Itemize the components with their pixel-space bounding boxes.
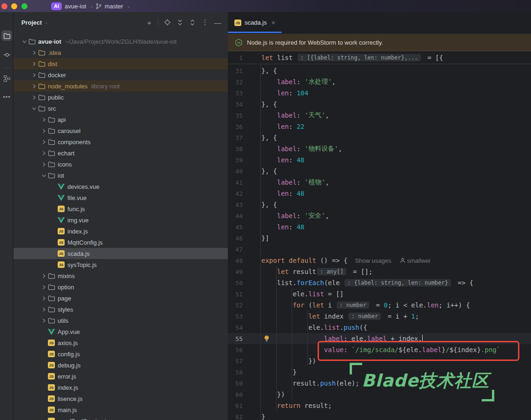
tree-item-iot[interactable]: iot xyxy=(13,170,228,181)
tree-item-option[interactable]: option xyxy=(13,281,228,293)
code-line-35[interactable]: 35 label: '天气', xyxy=(228,110,531,121)
tree-item-scada-js[interactable]: JSscada.js xyxy=(13,248,228,259)
close-tab-icon[interactable]: × xyxy=(272,19,275,27)
code-line-39[interactable]: 39 len: 48 xyxy=(228,154,531,166)
tree-item-public[interactable]: public xyxy=(13,92,228,103)
tree-item-index-js[interactable]: JSindex.js xyxy=(13,382,228,393)
line-number[interactable]: 60 xyxy=(228,391,261,398)
code-line-62[interactable]: 62} xyxy=(228,411,531,420)
code-line-33[interactable]: 33 len: 104 xyxy=(228,87,531,99)
expand-all-button[interactable] xyxy=(176,19,184,26)
chevron-right-icon[interactable] xyxy=(40,317,48,324)
tree-item-mqttconfig-js[interactable]: JSMqttConfig.js xyxy=(13,237,228,248)
line-number[interactable]: 54 xyxy=(228,324,261,331)
line-number[interactable]: 32 xyxy=(228,79,261,86)
tree-item-dist[interactable]: dist xyxy=(13,58,228,69)
line-number[interactable]: 57 xyxy=(228,358,261,365)
line-number[interactable]: 43 xyxy=(228,201,261,208)
code-line-47[interactable]: 47 xyxy=(228,244,531,255)
chevron-right-icon[interactable] xyxy=(40,127,48,134)
chevron-right-icon[interactable] xyxy=(40,149,48,157)
tree-item-carousel[interactable]: carousel xyxy=(13,125,228,136)
tree-item--idea[interactable]: .idea xyxy=(13,47,228,58)
code-line-51[interactable]: 51 ele.list = [] xyxy=(228,288,531,300)
line-number[interactable]: 1 xyxy=(228,54,261,61)
code-line-37[interactable]: 37}, { xyxy=(228,132,531,143)
line-number[interactable]: 35 xyxy=(228,112,261,119)
line-number[interactable]: 59 xyxy=(228,380,261,387)
chevron-down-icon[interactable] xyxy=(20,38,28,45)
chevron-right-icon[interactable] xyxy=(30,49,38,56)
line-number[interactable]: 41 xyxy=(228,179,261,186)
code-line-60[interactable]: 60 }) xyxy=(228,389,531,400)
code-line-53[interactable]: 53 let index : number = i + 1; xyxy=(228,311,531,322)
tree-item-file-vue[interactable]: file.vue xyxy=(13,192,228,203)
chevron-right-icon[interactable] xyxy=(40,294,48,302)
code-line-46[interactable]: 46}] xyxy=(228,233,531,244)
lightbulb-icon[interactable] xyxy=(263,335,270,342)
line-number[interactable]: 55 xyxy=(228,335,261,342)
tree-item-page[interactable]: page xyxy=(13,293,228,304)
line-number[interactable]: 38 xyxy=(228,146,261,153)
tree-item-styles[interactable]: styles xyxy=(13,304,228,315)
tree-item-echart[interactable]: echart xyxy=(13,147,228,159)
line-number[interactable]: 39 xyxy=(228,157,261,164)
chevron-right-icon[interactable] xyxy=(40,160,48,168)
line-number[interactable]: 52 xyxy=(228,302,261,309)
tree-item-error-js[interactable]: JSerror.js xyxy=(13,371,228,382)
tree-item-icons[interactable]: icons xyxy=(13,159,228,170)
chevron-right-icon[interactable] xyxy=(40,116,48,123)
collapse-all-button[interactable] xyxy=(189,19,196,26)
sticky-line[interactable]: 1let list : [{label: string, len: number… xyxy=(228,52,531,64)
hide-panel-button[interactable]: — xyxy=(214,19,221,26)
code-line-40[interactable]: 40}, { xyxy=(228,166,531,177)
tree-item-needpwdservice-js[interactable]: JSneedPwdService.js xyxy=(13,415,228,420)
line-number[interactable]: 48 xyxy=(228,257,261,264)
code-vision-hint[interactable]: smallwei xyxy=(407,257,431,264)
chevron-right-icon[interactable] xyxy=(40,306,48,313)
line-number[interactable]: 42 xyxy=(228,190,261,197)
tree-item-app-vue[interactable]: App.vue xyxy=(13,326,228,337)
line-number[interactable]: 36 xyxy=(228,123,261,130)
code-line-38[interactable]: 38 label: '物料设备', xyxy=(228,143,531,154)
tree-item-index-js[interactable]: JSindex.js xyxy=(13,226,228,237)
chevron-right-icon[interactable] xyxy=(30,93,38,101)
chevron-right-icon[interactable] xyxy=(40,272,48,280)
line-number[interactable]: 58 xyxy=(228,369,261,376)
tree-item-devices-vue[interactable]: devices.vue xyxy=(13,181,228,192)
line-number[interactable]: 61 xyxy=(228,402,261,409)
line-number[interactable]: 56 xyxy=(228,347,261,353)
chevron-down-icon[interactable] xyxy=(40,172,48,179)
code-line-45[interactable]: 45 len: 48 xyxy=(228,221,531,233)
line-number[interactable]: 34 xyxy=(228,101,261,108)
tree-item-func-js[interactable]: JSfunc.js xyxy=(13,203,228,214)
code-line-43[interactable]: 43}, { xyxy=(228,199,531,210)
tab-scada-js[interactable]: JS scada.js × xyxy=(228,12,282,33)
code-line-41[interactable]: 41 label: '植物', xyxy=(228,177,531,188)
chevron-right-icon[interactable] xyxy=(40,138,48,146)
line-number[interactable]: 37 xyxy=(228,134,261,141)
line-number[interactable]: 53 xyxy=(228,313,261,320)
tree-item-lisence-js[interactable]: JSlisence.js xyxy=(13,393,228,404)
code-line-49[interactable]: 49 let result: any[] = []; xyxy=(228,266,531,277)
tree-item-components[interactable]: components xyxy=(13,136,228,147)
chevron-down-icon[interactable] xyxy=(30,105,38,112)
add-button[interactable]: + xyxy=(146,19,153,26)
chevron-right-icon[interactable] xyxy=(30,60,38,67)
project-widget[interactable]: AI avue-iot ⌄ xyxy=(51,0,93,12)
code-editor[interactable]: 1let list : [{label: string, len: number… xyxy=(228,52,531,420)
code-vision-hint[interactable]: Show usages xyxy=(355,257,391,264)
code-line-36[interactable]: 36 len: 22 xyxy=(228,121,531,132)
code-line-1[interactable]: 1let list : [{label: string, len: number… xyxy=(228,52,443,63)
commit-tool-button[interactable] xyxy=(1,49,12,60)
line-number[interactable]: 51 xyxy=(228,291,261,298)
more-tool-windows-button[interactable]: ••• xyxy=(1,92,12,102)
code-line-48[interactable]: 48export default () => {Show usagessmall… xyxy=(228,255,531,266)
tree-item-axios-js[interactable]: JSaxios.js xyxy=(13,337,228,348)
code-line-50[interactable]: 50 list.forEach(ele : {label: string, le… xyxy=(228,277,531,288)
project-dropdown[interactable]: Project xyxy=(21,19,42,26)
tree-item-utils[interactable]: utils xyxy=(13,315,228,326)
code-line-61[interactable]: 61 return result; xyxy=(228,400,531,411)
chevron-right-icon[interactable] xyxy=(30,82,38,90)
zoom-window-button[interactable] xyxy=(21,3,27,9)
